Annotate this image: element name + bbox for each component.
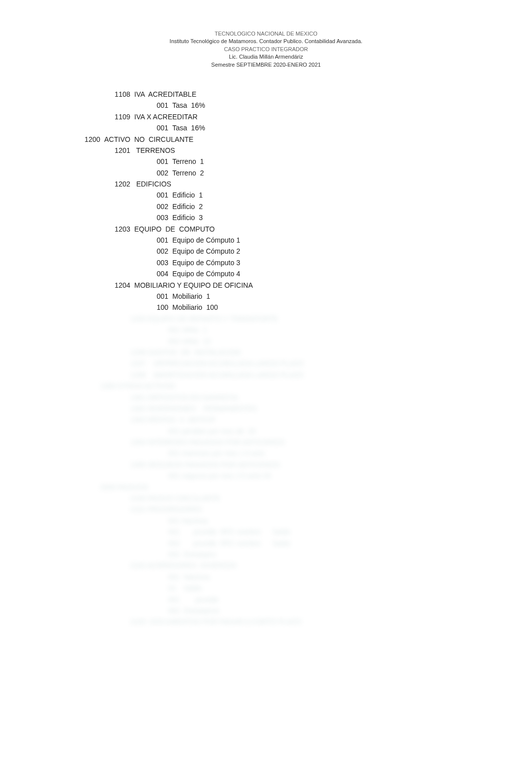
blurred-text: 001 provide RFC nombre Saldo	[0, 526, 292, 537]
blurred-row: 002 Vehic 10	[0, 336, 532, 347]
document-header: TECNOLOGICO NACIONAL DE MEXICO Instituto…	[0, 30, 532, 69]
blurred-row: 001 Vehic 1	[0, 324, 532, 335]
blurred-text: 2103 DOCUMENTOS POR PAGAR A CORTO PLAZO	[0, 616, 301, 627]
blurred-row: 1207 DEPRECIACION ACUMULADA LARGO PLAZO	[0, 358, 532, 369]
blurred-row: 001 seguros por resc 2.5 anio 20	[0, 470, 532, 481]
blurred-text: 1303 RENTAS X ANTICIP	[0, 414, 215, 425]
blurred-row: 2101 PROVEEDORES	[0, 504, 532, 515]
blurred-text: 001 pendien por resc de 20	[0, 426, 255, 437]
account-row-level3: 003Edificio 3	[0, 212, 532, 223]
blurred-text: 1206 GASTOS DE INSTALACION	[0, 347, 240, 358]
account-label: MOBILIARIO Y EQUIPO DE OFICINA	[134, 280, 253, 291]
account-code: 001	[0, 122, 172, 133]
account-code: 1204	[0, 280, 134, 291]
blurred-text: 2102 ACREEDORES DIVERSOS	[0, 560, 236, 571]
account-label: Equipo de Cómputo 2	[172, 246, 240, 257]
account-row-level2: 1204MOBILIARIO Y EQUIPO DE OFICINA	[0, 280, 532, 291]
account-row-level2: 1202 EDIFICIOS	[0, 178, 532, 189]
blurred-text: 001 seguros por resc 2.5 anio 20	[0, 470, 271, 481]
blurred-row: 01 Saldo	[0, 582, 532, 594]
blurred-row: 1300 OTROS ACTIVOS	[0, 380, 532, 392]
account-label: Edificio 2	[172, 201, 203, 212]
blurred-text: 2101 PROVEEDORES	[0, 504, 202, 515]
blurred-row: 001 pendien por resc de 20	[0, 426, 532, 437]
account-label: Edificio 3	[172, 212, 203, 223]
header-line-2: Instituto Tecnológico de Matamoros. Cont…	[0, 38, 532, 45]
account-label: Equipo de Cómputo 1	[172, 235, 240, 246]
blurred-text: 1302 INVERSIONES PERMANENTES	[0, 403, 257, 414]
blurred-text: 001 Naciona	[0, 571, 210, 582]
account-row-level2: 1203EQUIPO DE COMPUTO	[0, 224, 532, 235]
account-code: 1201	[0, 145, 134, 156]
account-row-level3: 001Edificio 1	[0, 189, 532, 201]
account-code: 001	[0, 235, 172, 246]
account-label: Terreno 1	[172, 156, 204, 167]
blurred-row: 1208 AMORTIZACION ACUMULADA LARGO PLAZO	[0, 369, 532, 380]
account-row-level3: 001Terreno 1	[0, 156, 532, 167]
blurred-row: 1205 EQUIPO DE REPARTO Y TRANSPORTE	[0, 313, 532, 324]
document-page: TECNOLOGICO NACIONAL DE MEXICO Instituto…	[0, 0, 532, 628]
blurred-text: 001 Vehic 1	[0, 324, 207, 335]
account-row-level3: 001Mobiliario 1	[0, 291, 532, 302]
blurred-text: 1300 OTROS ACTIVOS	[0, 380, 175, 392]
blurred-row: 1301 DEPOSITOS EN GARANTIA	[0, 392, 532, 403]
blurred-row: 2103 DOCUMENTOS POR PAGAR A CORTO PLAZO	[0, 616, 532, 627]
account-row-level3: 002Terreno 2	[0, 167, 532, 178]
blurred-text: 2100 PASIVO CIRCULANTE	[0, 493, 220, 504]
account-row-level1: 1200ACTIVO NO CIRCULANTE	[0, 134, 532, 145]
account-label: Mobiliario 1	[172, 291, 210, 302]
blurred-row: 001 Naciona	[0, 515, 532, 526]
account-code: 001	[0, 156, 172, 167]
account-code: 002	[0, 201, 172, 212]
account-label: ACTIVO NO CIRCULANTE	[104, 134, 193, 145]
blurred-text: 1205 EQUIPO DE REPARTO Y TRANSPORTE	[0, 313, 278, 324]
blurred-text: 1304 INTERESES PAGADOS POR ANTICIPADO	[0, 437, 285, 448]
blurred-row: 2102 ACREEDORES DIVERSOS	[0, 560, 532, 571]
header-line-1: TECNOLOGICO NACIONAL DE MEXICO	[0, 30, 532, 38]
account-list: 1108IVA ACREDITABLE001Tasa 16%1109IVA X …	[0, 89, 532, 313]
account-label: Edificio 1	[172, 189, 203, 201]
account-label: Tasa 16%	[172, 100, 205, 111]
blurred-row: 002 Extranjero	[0, 549, 532, 560]
blurred-row: 002 Extranjeros	[0, 605, 532, 616]
blurred-row: 001 intereses por resc 1.5 anio	[0, 448, 532, 459]
account-label: Mobiliario 100	[172, 302, 218, 313]
blurred-text: 002 Extranjeros	[0, 605, 219, 616]
account-code: 001	[0, 291, 172, 302]
blurred-row: 001 provide RFC nombre Saldo	[0, 526, 532, 537]
blurred-row: 001 provide	[0, 594, 532, 605]
account-code: 100	[0, 302, 172, 313]
account-label: IVA ACREDITABLE	[134, 89, 196, 100]
blurred-row: 2100 PASIVO CIRCULANTE	[0, 493, 532, 504]
account-code: 1200	[0, 134, 104, 145]
account-row-level3: 003Equipo de Cómputo 3	[0, 257, 532, 268]
blurred-text: 001 Naciona	[0, 515, 208, 526]
blurred-row: 2000 PASIVOS	[0, 482, 532, 493]
blurred-text: 01 Saldo	[0, 582, 204, 594]
account-code: 004	[0, 268, 172, 279]
account-code: 1203	[0, 224, 134, 235]
account-code: 001	[0, 100, 172, 111]
blurred-account-list: 1205 EQUIPO DE REPARTO Y TRANSPORTE001 V…	[0, 313, 532, 628]
blurred-row: 001 Naciona	[0, 571, 532, 582]
blurred-text: 1301 DEPOSITOS EN GARANTIA	[0, 392, 238, 403]
account-label: Equipo de Cómputo 3	[172, 257, 240, 268]
blurred-row: 1305 SEGUROS PAGADOS POR ANTICIPADO	[0, 459, 532, 470]
account-code: 002	[0, 167, 172, 178]
header-line-3: CASO PRACTICO INTEGRADOR	[0, 46, 532, 53]
blurred-text: 002 Vehic 10	[0, 336, 211, 347]
account-label: TERRENOS	[134, 145, 175, 156]
blurred-text: 1208 AMORTIZACION ACUMULADA LARGO PLAZO	[0, 369, 304, 380]
account-code: 001	[0, 189, 172, 201]
blurred-text: 002 Extranjero	[0, 549, 216, 560]
blurred-text: 2000 PASIVOS	[0, 482, 148, 493]
account-code: 003	[0, 257, 172, 268]
account-row-level3: 001Equipo de Cómputo 1	[0, 235, 532, 246]
blurred-row: 1304 INTERESES PAGADOS POR ANTICIPADO	[0, 437, 532, 448]
account-code: 1109	[0, 111, 134, 122]
blurred-row: 1206 GASTOS DE INSTALACION	[0, 347, 532, 358]
account-label: IVA X ACREEDITAR	[134, 111, 197, 122]
account-code: 1108	[0, 89, 134, 100]
account-row-level2: 1109IVA X ACREEDITAR	[0, 111, 532, 122]
account-row-level3: 001Tasa 16%	[0, 100, 532, 111]
